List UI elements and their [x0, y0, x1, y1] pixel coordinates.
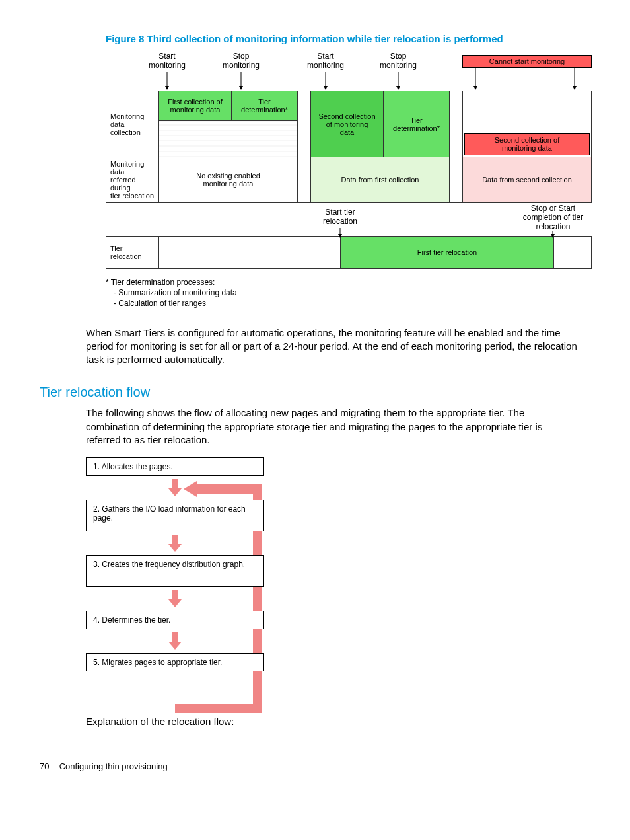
label-start-monitoring-2: Startmonitoring — [302, 52, 349, 71]
flow-step-3: 3. Creates the frequency distribution gr… — [86, 555, 264, 587]
flow-step-4: 4. Determines the tier. — [86, 611, 264, 629]
page-number: 70 — [40, 761, 57, 771]
row1-second-collection-err: Second collection ofmonitoring data — [464, 133, 590, 155]
row3-label: Tierrelocation — [106, 237, 159, 269]
row2-first: Data from first collection — [311, 157, 450, 203]
row2-label: Monitoring datareferred duringtier reloc… — [106, 157, 159, 203]
flow-step-5: 5. Migrates pages to appropriate tier. — [86, 653, 264, 671]
monitoring-table: Monitoringdatacollection First collectio… — [106, 91, 592, 203]
svg-rect-8 — [172, 479, 178, 488]
paragraph-2: The following shows the flow of allocati… — [86, 406, 577, 447]
svg-rect-11 — [172, 632, 178, 642]
row3-first-reloc: First tier relocation — [341, 237, 554, 269]
arrow-down-icon — [165, 533, 185, 553]
figure-title: Figure 8 Third collection of monitoring … — [106, 33, 590, 44]
label-stop-monitoring-2: Stopmonitoring — [375, 52, 421, 71]
row1-tier-det-1: Tierdetermination* — [232, 91, 298, 121]
figure-diagram: Startmonitoring Stopmonitoring Startmoni… — [106, 52, 591, 269]
footnote-l2: - Summarization of monitoring data — [106, 287, 590, 298]
label-stop-monitoring-1: Stopmonitoring — [218, 52, 264, 71]
paragraph-1: When Smart Tiers is configured for autom… — [86, 326, 577, 367]
footnote-l1: * Tier determination processes: — [106, 277, 590, 287]
row1-first-collection: First collection ofmonitoring data — [159, 91, 232, 121]
arrow-down-icon — [165, 631, 185, 651]
arrow-down-icon — [165, 478, 185, 498]
row1-second-collection: Second collectionof monitoringdata — [311, 91, 384, 157]
page-footer: 70 Configuring thin provisioning — [40, 761, 590, 771]
flow-step-2: 2. Gathers the I/O load information for … — [86, 500, 264, 531]
flow-step-1: 1. Allocates the pages. — [86, 457, 264, 476]
relocation-flowchart: 1. Allocates the pages. 2. Gathers the I… — [86, 457, 264, 698]
svg-rect-10 — [172, 590, 178, 599]
label-cannot-start: Cannot start monitoring — [462, 55, 592, 68]
figure-footnote: * Tier determination processes: - Summar… — [106, 277, 590, 309]
row2-no-data: No existing enabledmonitoring data — [159, 157, 298, 203]
svg-rect-9 — [172, 535, 178, 544]
arrow-down-icon — [165, 589, 185, 609]
section-title: Tier relocation flow — [40, 385, 590, 400]
top-arrows — [106, 72, 591, 92]
chapter-title: Configuring thin provisioning — [59, 761, 168, 771]
row2-second: Data from second collection — [463, 157, 592, 203]
footnote-l3: - Calculation of tier ranges — [106, 298, 590, 309]
row1-label: Monitoringdatacollection — [106, 91, 159, 157]
label-start-monitoring-1: Startmonitoring — [144, 52, 190, 71]
row1-tier-det-2: Tierdetermination* — [384, 91, 450, 157]
